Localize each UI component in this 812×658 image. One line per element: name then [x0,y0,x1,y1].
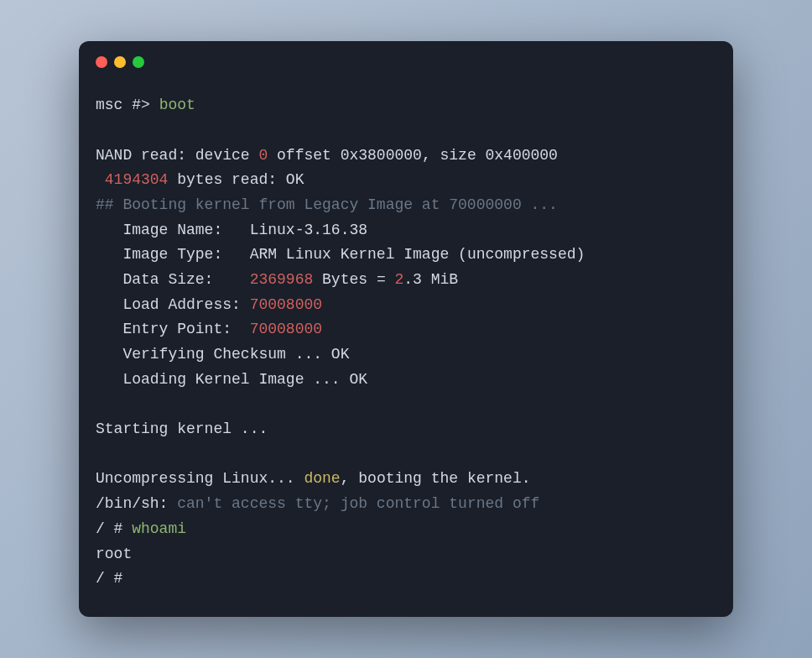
minimize-button[interactable] [114,56,126,68]
image-type-value: ARM Linux Kernel Image (uncompressed) [250,246,586,263]
verifying-checksum: Verifying Checksum ... OK [96,346,349,363]
image-type-label: Image Type: [96,246,250,263]
data-size-mid: Bytes = [313,271,394,288]
loading-kernel-image: Loading Kernel Image ... OK [96,371,367,388]
prompt-prefix: msc #> [96,97,159,113]
nand-device-number: 0 [258,147,268,164]
command-whoami: whoami [132,520,186,537]
bytes-read-number: 4194304 [96,171,168,188]
image-name-label: Image Name: [96,222,250,238]
command-boot: boot [159,97,195,113]
data-size-mib-suffix: .3 MiB [403,271,458,288]
titlebar [79,41,733,76]
bytes-read-suffix: bytes read: OK [168,171,304,188]
image-name-value: Linux-3.16.38 [250,222,367,238]
entry-point-value: 70008000 [250,321,322,337]
sh-prefix: /bin/sh: [96,495,177,512]
starting-kernel: Starting kernel ... [96,420,268,437]
load-address-value: 70008000 [250,296,322,313]
terminal-output[interactable]: msc #> boot NAND read: device 0 offset 0… [79,76,733,617]
data-size-bytes: 2369968 [250,271,314,288]
uncompressing-done: done [304,470,340,487]
close-button[interactable] [96,56,107,68]
shell-prompt: / # [96,520,132,537]
shell-prompt-final: / # [96,570,132,587]
data-size-mib-int: 2 [394,271,403,288]
terminal-window: msc #> boot NAND read: device 0 offset 0… [79,41,733,617]
maximize-button[interactable] [133,56,144,68]
entry-point-label: Entry Point: [96,321,250,337]
uncompressing-prefix: Uncompressing Linux... [96,470,304,487]
load-address-label: Load Address: [96,296,250,313]
nand-read-line: NAND read: device [96,147,258,164]
sh-message: can't access tty; job control turned off [177,495,539,512]
uncompressing-suffix: , booting the kernel. [341,470,531,487]
nand-read-suffix: offset 0x3800000, size 0x400000 [268,147,558,164]
data-size-label: Data Size: [96,271,250,288]
whoami-output: root [96,546,132,562]
booting-header: ## Booting kernel from Legacy Image at 7… [96,196,558,213]
